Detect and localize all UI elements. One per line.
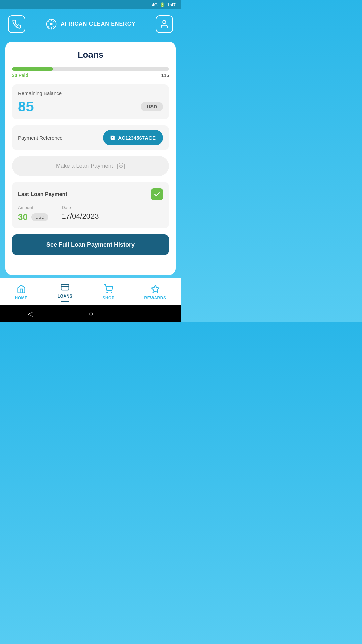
copy-icon: ⧉ bbox=[110, 134, 115, 141]
svg-point-1 bbox=[50, 23, 53, 25]
progress-bar-fill bbox=[12, 67, 53, 71]
payment-reference-label: Payment Reference bbox=[18, 135, 63, 141]
battery-icon: 🔋 bbox=[160, 2, 165, 7]
svg-line-6 bbox=[48, 21, 49, 22]
last-payment-title: Last Loan Payment bbox=[18, 191, 67, 197]
main-card: Loans 30 Paid 115 Remaining Balance 85 U… bbox=[5, 42, 176, 275]
nav-item-home[interactable]: HOME bbox=[15, 284, 28, 300]
nav-label-home: HOME bbox=[15, 296, 28, 300]
balance-row: 85 USD bbox=[18, 99, 163, 115]
amount-value-row: 30 USD bbox=[18, 212, 48, 222]
svg-line-8 bbox=[54, 21, 55, 22]
page-title: Loans bbox=[12, 50, 169, 60]
last-payment-card: Last Loan Payment Amount 30 USD Date 17/… bbox=[12, 182, 169, 228]
logo-icon bbox=[45, 18, 57, 30]
payment-reference-button[interactable]: ⧉ AC1234567ACE bbox=[103, 130, 163, 145]
profile-button[interactable] bbox=[156, 15, 173, 33]
progress-section: 30 Paid 115 bbox=[12, 67, 169, 78]
svg-line-7 bbox=[54, 26, 55, 28]
make-payment-label: Make a Loan Payment bbox=[56, 163, 113, 169]
profile-icon bbox=[160, 19, 169, 29]
last-payment-details: Amount 30 USD Date 17/04/2023 bbox=[18, 205, 163, 222]
amount-label: Amount bbox=[18, 205, 48, 210]
status-bar: 4G 🔋 1:47 bbox=[0, 0, 181, 9]
date-column: Date 17/04/2023 bbox=[62, 205, 99, 222]
progress-bar-track bbox=[12, 67, 169, 71]
recents-button[interactable]: □ bbox=[149, 310, 153, 318]
balance-card: Remaining Balance 85 USD bbox=[12, 84, 169, 119]
nav-item-shop[interactable]: SHOP bbox=[102, 284, 114, 300]
network-indicator: 4G bbox=[152, 2, 158, 7]
logo-text: AFRICAN CLEAN ENERGY bbox=[61, 21, 136, 27]
svg-marker-16 bbox=[151, 285, 159, 292]
nav-item-rewards[interactable]: REWARDS bbox=[144, 284, 166, 300]
make-payment-button[interactable]: Make a Loan Payment bbox=[12, 156, 169, 176]
last-payment-currency: USD bbox=[31, 213, 48, 221]
nav-label-shop: SHOP bbox=[102, 296, 114, 300]
last-payment-date: 17/04/2023 bbox=[62, 212, 99, 221]
check-badge bbox=[151, 188, 163, 200]
svg-point-11 bbox=[120, 165, 122, 168]
balance-amount: 85 bbox=[18, 99, 34, 115]
svg-rect-12 bbox=[61, 285, 69, 290]
shop-icon bbox=[104, 284, 113, 294]
last-payment-header: Last Loan Payment bbox=[18, 188, 163, 200]
check-icon bbox=[154, 191, 160, 198]
nav-label-loans: LOANS bbox=[58, 294, 73, 299]
progress-paid-label: 30 Paid bbox=[12, 73, 28, 78]
nav-label-rewards: REWARDS bbox=[144, 296, 166, 300]
bottom-nav: HOME LOANS SHOP REWARDS bbox=[0, 278, 181, 305]
home-button[interactable]: ○ bbox=[89, 310, 93, 318]
date-label: Date bbox=[62, 205, 99, 210]
payment-reference-row: Payment Reference ⧉ AC1234567ACE bbox=[12, 125, 169, 150]
loans-icon bbox=[60, 283, 70, 292]
android-nav-bar: ◁ ○ □ bbox=[0, 305, 181, 322]
progress-total-label: 115 bbox=[161, 73, 169, 78]
svg-line-9 bbox=[48, 26, 49, 28]
phone-button[interactable] bbox=[8, 15, 25, 33]
payment-reference-code: AC1234567ACE bbox=[118, 135, 156, 141]
progress-labels: 30 Paid 115 bbox=[12, 73, 169, 78]
svg-point-10 bbox=[163, 21, 166, 24]
last-payment-amount: 30 bbox=[18, 212, 28, 222]
svg-point-14 bbox=[107, 292, 108, 293]
nav-item-loans[interactable]: LOANS bbox=[58, 283, 73, 302]
loans-active-indicator bbox=[61, 301, 69, 302]
rewards-icon bbox=[150, 284, 160, 294]
app-logo: AFRICAN CLEAN ENERGY bbox=[45, 18, 136, 30]
phone-icon bbox=[12, 19, 21, 29]
header: AFRICAN CLEAN ENERGY bbox=[0, 9, 181, 39]
back-button[interactable]: ◁ bbox=[28, 310, 33, 318]
balance-currency-badge: USD bbox=[141, 102, 163, 111]
date-value-row: 17/04/2023 bbox=[62, 212, 99, 221]
camera-icon bbox=[117, 162, 125, 170]
svg-point-15 bbox=[111, 292, 112, 293]
home-icon bbox=[17, 284, 26, 294]
see-full-history-button[interactable]: See Full Loan Payment History bbox=[12, 234, 169, 255]
balance-label: Remaining Balance bbox=[18, 90, 163, 96]
time-display: 1:47 bbox=[167, 2, 176, 7]
amount-column: Amount 30 USD bbox=[18, 205, 48, 222]
